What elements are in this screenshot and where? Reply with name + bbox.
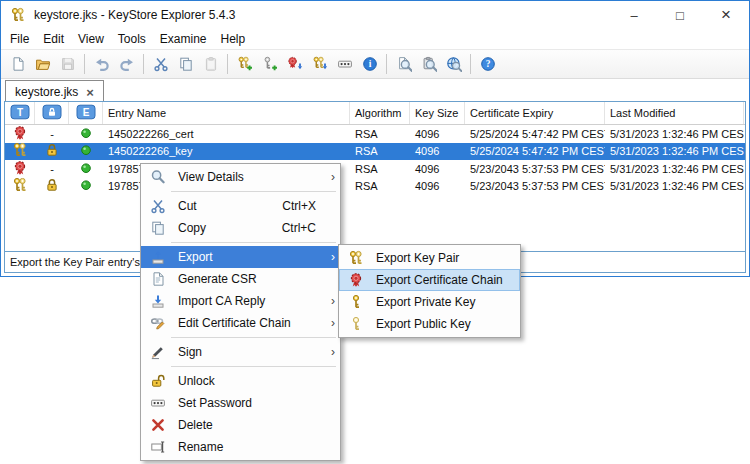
menu-bar: FileEditViewToolsExamineHelp xyxy=(1,29,749,49)
lock-status-cell: - xyxy=(35,160,69,178)
generate-secret-key-button[interactable] xyxy=(257,52,282,76)
menu-item-edit-certificate-chain[interactable]: Edit Certificate Chain› xyxy=(141,312,340,334)
menu-item-label: Set Password xyxy=(178,396,326,410)
menubar-item-examine[interactable]: Examine xyxy=(153,30,214,48)
entry-type-cell xyxy=(5,160,35,178)
examine-ssl-button[interactable] xyxy=(441,52,466,76)
lock-closed-icon xyxy=(44,143,60,161)
tab-close-icon[interactable]: × xyxy=(86,86,94,99)
menu-separator xyxy=(171,337,336,338)
redo-icon xyxy=(119,56,135,72)
set-password-icon xyxy=(337,56,353,72)
column-header-expiry_flag[interactable]: E xyxy=(69,102,103,124)
examine-file-icon xyxy=(396,56,412,72)
table-row[interactable]: -197857319RSA40965/23/2043 5:37:53 PM CE… xyxy=(5,160,745,178)
menu-item-label: Edit Certificate Chain xyxy=(178,316,326,330)
menu-item-label: Sign xyxy=(178,345,326,359)
menu-item-unlock[interactable]: Unlock xyxy=(141,370,340,392)
column-header-algorithm[interactable]: Algorithm xyxy=(350,102,410,124)
help-button[interactable]: ? xyxy=(475,52,500,76)
table-row[interactable]: -1450222266_certRSA40965/25/2024 5:47:42… xyxy=(5,125,745,143)
key-size-cell: 4096 xyxy=(410,160,465,178)
menu-separator xyxy=(171,366,336,367)
properties-button[interactable]: i xyxy=(357,52,382,76)
table-empty-area[interactable] xyxy=(5,195,745,251)
close-button[interactable]: × xyxy=(703,1,749,29)
submenu-arrow-icon: › xyxy=(326,316,335,330)
column-header-lock[interactable] xyxy=(35,102,69,124)
paste-icon xyxy=(203,56,219,72)
algorithm-cell: RSA xyxy=(350,125,410,143)
menubar-item-edit[interactable]: Edit xyxy=(36,30,71,48)
menu-item-label: Cut xyxy=(178,199,282,213)
generate-secret-key-icon xyxy=(262,56,278,72)
app-window: keystore.jks - KeyStore Explorer 5.4.3 –… xyxy=(0,0,750,277)
import-ca-reply-icon xyxy=(146,293,170,309)
column-header-type[interactable]: T xyxy=(5,102,35,124)
certificate-expiry-cell: 5/25/2024 5:47:42 PM CEST xyxy=(465,143,605,161)
new-keystore-button[interactable] xyxy=(5,52,30,76)
cut-button[interactable] xyxy=(148,52,173,76)
menu-separator xyxy=(171,242,336,243)
column-header-label: Entry Name xyxy=(108,107,166,119)
menu-item-delete[interactable]: Delete xyxy=(141,414,340,436)
table-row[interactable]: 197857319RSA40965/23/2043 5:37:53 PM CES… xyxy=(5,178,745,196)
generate-key-pair-button[interactable] xyxy=(232,52,257,76)
key-size-cell: 4096 xyxy=(410,143,465,161)
toolbar-separator xyxy=(143,54,144,74)
copy-icon xyxy=(146,220,170,236)
table-row[interactable]: 1450222266_keyRSA40965/25/2024 5:47:42 P… xyxy=(5,143,745,161)
import-key-pair-button[interactable] xyxy=(307,52,332,76)
algorithm-cell: RSA xyxy=(350,178,410,196)
generate-csr-icon xyxy=(146,271,170,287)
undo-button[interactable] xyxy=(89,52,114,76)
column-header-label: Algorithm xyxy=(355,107,401,119)
menu-item-export-certificate-chain[interactable]: Export Certificate Chain xyxy=(339,269,520,291)
import-trusted-certificate-button[interactable] xyxy=(282,52,307,76)
menubar-item-tools[interactable]: Tools xyxy=(111,30,153,48)
menu-item-import-ca-reply[interactable]: Import CA Reply› xyxy=(141,290,340,312)
menubar-item-view[interactable]: View xyxy=(71,30,111,48)
menu-item-rename[interactable]: Rename xyxy=(141,436,340,458)
examine-clipboard-button[interactable] xyxy=(416,52,441,76)
column-header-label: Key Size xyxy=(415,107,458,119)
column-header-key_size[interactable]: Key Size xyxy=(410,102,465,124)
column-header-last_modified[interactable]: Last Modified xyxy=(605,102,744,124)
table-body: -1450222266_certRSA40965/25/2024 5:47:42… xyxy=(5,125,745,195)
menu-item-set-password[interactable]: Set Password xyxy=(141,392,340,414)
menu-item-label: Rename xyxy=(178,440,326,454)
column-header-entry_name[interactable]: Entry Name xyxy=(103,102,350,124)
minimize-button[interactable]: – xyxy=(611,1,657,29)
menu-item-export-public-key[interactable]: Export Public Key xyxy=(339,313,520,335)
menu-item-export[interactable]: Export› xyxy=(141,246,340,268)
export-icon xyxy=(146,249,170,265)
open-keystore-button[interactable] xyxy=(30,52,55,76)
redo-button[interactable] xyxy=(114,52,139,76)
menu-item-copy[interactable]: CopyCtrl+C xyxy=(141,217,340,239)
menubar-item-file[interactable]: File xyxy=(3,30,36,48)
certificate-icon xyxy=(344,272,368,288)
menubar-item-help[interactable]: Help xyxy=(214,30,253,48)
tab-keystore[interactable]: keystore.jks × xyxy=(5,80,104,103)
menu-item-cut[interactable]: CutCtrl+X xyxy=(141,195,340,217)
menu-item-export-private-key[interactable]: Export Private Key xyxy=(339,291,520,313)
set-password-icon xyxy=(146,395,170,411)
menu-item-generate-csr[interactable]: Generate CSR xyxy=(141,268,340,290)
examine-file-button[interactable] xyxy=(391,52,416,76)
menu-item-shortcut: Ctrl+C xyxy=(282,221,326,235)
set-password-button[interactable] xyxy=(332,52,357,76)
title-bar[interactable]: keystore.jks - KeyStore Explorer 5.4.3 –… xyxy=(1,1,749,29)
menu-item-export-key-pair[interactable]: Export Key Pair xyxy=(339,247,520,269)
expiry-status-cell xyxy=(69,178,103,196)
maximize-button[interactable]: □ xyxy=(657,1,703,29)
menu-item-view-details[interactable]: View Details› xyxy=(141,166,340,188)
entry-name-cell: 1450222266_key xyxy=(103,143,350,161)
column-header-certificate_expiry[interactable]: Certificate Expiry xyxy=(465,102,605,124)
svg-text:?: ? xyxy=(485,59,490,69)
save-keystore-button xyxy=(55,52,80,76)
expiry-status-cell xyxy=(69,160,103,178)
menu-item-sign[interactable]: Sign› xyxy=(141,341,340,363)
copy-button[interactable] xyxy=(173,52,198,76)
examine-ssl-icon xyxy=(446,56,462,72)
cut-icon xyxy=(153,56,169,72)
